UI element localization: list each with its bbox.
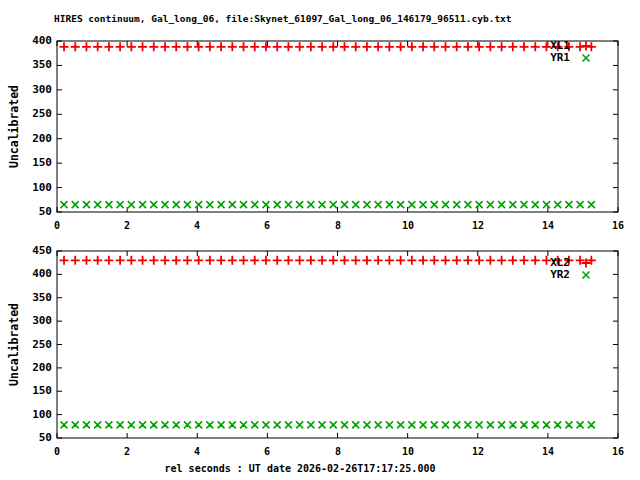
panel-top-ytick-label: 50 <box>18 206 52 218</box>
panel-bottom-ytick-label: 150 <box>18 385 52 397</box>
x-axis-label: rel seconds : UT date 2026-02-26T17:17:2… <box>0 463 600 475</box>
panel-bottom-ytick-label: 100 <box>18 409 52 421</box>
panel-bottom-y-axis-label: Uncalibrated <box>8 280 21 410</box>
panel-bottom-ytick-label: 400 <box>18 268 52 280</box>
plot-canvas: HIRES continuum, Gal_long_06, file:Skyne… <box>0 0 640 480</box>
panel-top-xtick-label: 6 <box>252 220 282 232</box>
panel-bottom-xtick-label: 4 <box>182 446 212 458</box>
panel-bottom-xtick-label: 8 <box>323 446 353 458</box>
series-YR2-markers <box>61 421 595 428</box>
panel-top-xtick-label: 12 <box>463 220 493 232</box>
panel-bottom-ytick-label: 300 <box>18 315 52 327</box>
panel-top-xtick-label: 10 <box>393 220 423 232</box>
panel-bottom-ytick-label: 350 <box>18 292 52 304</box>
panel-top-ytick-label: 250 <box>18 108 52 120</box>
legend-label-YR2: YR2 <box>510 269 570 281</box>
panel-top-ytick-label: 300 <box>18 84 52 96</box>
legend-sample-XL1-marker <box>582 42 591 51</box>
series-YR1-markers <box>61 201 595 208</box>
legend-sample-YR1-marker <box>583 55 590 62</box>
panel-top-ytick-label: 150 <box>18 157 52 169</box>
panel-bottom-ytick-label: 200 <box>18 362 52 374</box>
legend-sample-YR2-marker <box>583 272 590 279</box>
panel-bottom-xtick-label: 14 <box>533 446 563 458</box>
panel-top-ytick-label: 350 <box>18 59 52 71</box>
panel-bottom-ytick-label: 450 <box>18 245 52 257</box>
panel-top-xtick-label: 0 <box>42 220 72 232</box>
panel-top-ytick-label: 400 <box>18 35 52 47</box>
panel-bottom-xtick-label: 16 <box>603 446 633 458</box>
plot-figure <box>0 0 640 480</box>
panel-bottom-xtick-label: 2 <box>112 446 142 458</box>
panel-top-ytick-label: 200 <box>18 133 52 145</box>
panel-top-xtick-label: 8 <box>323 220 353 232</box>
panel-top-ytick-label: 100 <box>18 182 52 194</box>
panel-top-frame <box>57 41 618 212</box>
panel-bottom-ytick-label: 250 <box>18 339 52 351</box>
legend-label-YR1: YR1 <box>510 52 570 64</box>
panel-top-xtick-label: 2 <box>112 220 142 232</box>
panel-top-xtick-label: 16 <box>603 220 633 232</box>
panel-bottom-xtick-label: 10 <box>393 446 423 458</box>
panel-bottom-xtick-label: 12 <box>463 446 493 458</box>
panel-bottom-xtick-label: 6 <box>252 446 282 458</box>
panel-top-xtick-label: 4 <box>182 220 212 232</box>
panel-bottom-xtick-label: 0 <box>42 446 72 458</box>
panel-bottom-ytick-label: 50 <box>18 432 52 444</box>
panel-top-xtick-label: 14 <box>533 220 563 232</box>
panel-top-y-axis-label: Uncalibrated <box>8 62 21 192</box>
